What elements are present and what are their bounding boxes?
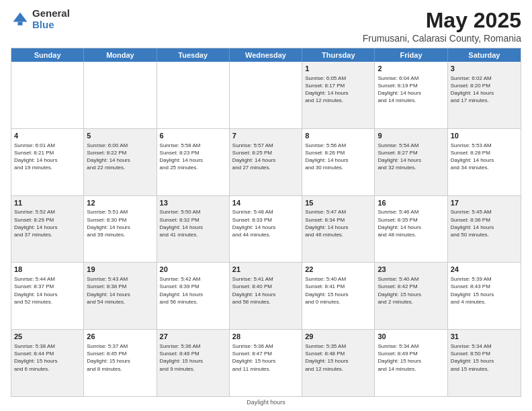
footer-note: Daylight hours (11, 399, 521, 406)
empty-cell (157, 62, 230, 128)
day-number: 12 (87, 198, 153, 208)
day-info: Sunrise: 5:34 AM Sunset: 8:49 PM Dayligh… (378, 342, 444, 373)
day-number: 26 (87, 332, 153, 342)
day-cell-25: 25Sunrise: 5:38 AM Sunset: 8:44 PM Dayli… (11, 330, 84, 396)
day-cell-26: 26Sunrise: 5:37 AM Sunset: 8:45 PM Dayli… (84, 330, 157, 396)
logo-icon (11, 10, 30, 29)
day-number: 4 (14, 131, 81, 141)
calendar-header: SundayMondayTuesdayWednesdayThursdayFrid… (11, 48, 521, 62)
day-info: Sunrise: 5:58 AM Sunset: 8:23 PM Dayligh… (160, 142, 226, 172)
day-info: Sunrise: 6:01 AM Sunset: 8:21 PM Dayligh… (14, 142, 81, 172)
svg-marker-0 (13, 12, 28, 21)
day-info: Sunrise: 5:43 AM Sunset: 8:38 PM Dayligh… (87, 275, 153, 306)
day-info: Sunrise: 5:47 AM Sunset: 8:34 PM Dayligh… (305, 208, 371, 238)
day-header-friday: Friday (375, 48, 447, 62)
day-cell-23: 23Sunrise: 5:40 AM Sunset: 8:42 PM Dayli… (375, 263, 447, 329)
day-number: 28 (232, 332, 299, 342)
day-header-saturday: Saturday (448, 48, 521, 62)
day-info: Sunrise: 6:04 AM Sunset: 8:19 PM Dayligh… (378, 75, 444, 105)
day-header-wednesday: Wednesday (230, 48, 302, 62)
svg-rect-1 (18, 21, 23, 25)
day-info: Sunrise: 5:41 AM Sunset: 8:40 PM Dayligh… (232, 275, 299, 306)
day-info: Sunrise: 5:36 AM Sunset: 8:46 PM Dayligh… (160, 342, 226, 373)
day-info: Sunrise: 5:39 AM Sunset: 8:43 PM Dayligh… (451, 275, 518, 306)
day-info: Sunrise: 5:40 AM Sunset: 8:42 PM Dayligh… (378, 275, 444, 306)
day-cell-28: 28Sunrise: 5:36 AM Sunset: 8:47 PM Dayli… (230, 330, 302, 396)
day-number: 17 (451, 198, 518, 208)
day-cell-3: 3Sunrise: 6:02 AM Sunset: 8:20 PM Daylig… (448, 62, 521, 128)
day-number: 20 (160, 265, 226, 275)
day-number: 15 (305, 198, 371, 208)
day-number: 5 (87, 131, 153, 141)
day-cell-8: 8Sunrise: 5:56 AM Sunset: 8:26 PM Daylig… (302, 129, 375, 195)
logo-blue-text: Blue (32, 19, 70, 31)
day-number: 19 (87, 265, 153, 275)
day-cell-15: 15Sunrise: 5:47 AM Sunset: 8:34 PM Dayli… (302, 196, 375, 263)
day-info: Sunrise: 5:50 AM Sunset: 8:32 PM Dayligh… (160, 208, 226, 238)
day-number: 18 (14, 265, 81, 275)
header: General Blue May 2025 Frumusani, Calaras… (11, 8, 521, 44)
main-title: May 2025 (363, 8, 521, 33)
day-cell-14: 14Sunrise: 5:48 AM Sunset: 8:33 PM Dayli… (230, 196, 302, 263)
day-cell-1: 1Sunrise: 6:05 AM Sunset: 8:17 PM Daylig… (302, 62, 375, 128)
day-number: 6 (160, 131, 226, 141)
day-info: Sunrise: 6:02 AM Sunset: 8:20 PM Dayligh… (451, 75, 518, 105)
calendar-row-3: 11Sunrise: 5:52 AM Sunset: 8:29 PM Dayli… (11, 195, 521, 263)
day-info: Sunrise: 6:00 AM Sunset: 8:22 PM Dayligh… (87, 142, 153, 172)
day-info: Sunrise: 5:56 AM Sunset: 8:26 PM Dayligh… (305, 142, 371, 172)
empty-cell (11, 62, 84, 128)
day-info: Sunrise: 5:48 AM Sunset: 8:33 PM Dayligh… (232, 208, 299, 238)
day-header-sunday: Sunday (11, 48, 84, 62)
day-cell-30: 30Sunrise: 5:34 AM Sunset: 8:49 PM Dayli… (375, 330, 447, 396)
day-number: 10 (451, 131, 518, 141)
calendar-row-1: 1Sunrise: 6:05 AM Sunset: 8:17 PM Daylig… (11, 62, 521, 128)
day-number: 9 (378, 131, 444, 141)
day-number: 1 (305, 64, 371, 74)
day-info: Sunrise: 5:53 AM Sunset: 8:28 PM Dayligh… (451, 142, 518, 172)
day-number: 30 (378, 332, 444, 342)
day-info: Sunrise: 5:44 AM Sunset: 8:37 PM Dayligh… (14, 275, 81, 306)
day-header-monday: Monday (84, 48, 157, 62)
day-number: 31 (451, 332, 518, 342)
day-cell-31: 31Sunrise: 5:34 AM Sunset: 8:50 PM Dayli… (448, 330, 521, 396)
day-cell-6: 6Sunrise: 5:58 AM Sunset: 8:23 PM Daylig… (157, 129, 230, 195)
day-cell-24: 24Sunrise: 5:39 AM Sunset: 8:43 PM Dayli… (448, 263, 521, 329)
day-info: Sunrise: 5:57 AM Sunset: 8:25 PM Dayligh… (232, 142, 299, 172)
day-number: 24 (451, 265, 518, 275)
day-cell-4: 4Sunrise: 6:01 AM Sunset: 8:21 PM Daylig… (11, 129, 84, 195)
day-info: Sunrise: 5:35 AM Sunset: 8:48 PM Dayligh… (305, 342, 371, 373)
day-cell-29: 29Sunrise: 5:35 AM Sunset: 8:48 PM Dayli… (302, 330, 375, 396)
day-number: 8 (305, 131, 371, 141)
day-info: Sunrise: 5:38 AM Sunset: 8:44 PM Dayligh… (14, 342, 81, 373)
day-cell-12: 12Sunrise: 5:51 AM Sunset: 8:30 PM Dayli… (84, 196, 157, 263)
calendar-row-5: 25Sunrise: 5:38 AM Sunset: 8:44 PM Dayli… (11, 329, 521, 396)
day-info: Sunrise: 5:37 AM Sunset: 8:45 PM Dayligh… (87, 342, 153, 373)
day-cell-22: 22Sunrise: 5:40 AM Sunset: 8:41 PM Dayli… (302, 263, 375, 329)
day-number: 14 (232, 198, 299, 208)
day-cell-9: 9Sunrise: 5:54 AM Sunset: 8:27 PM Daylig… (375, 129, 447, 195)
calendar-body: 1Sunrise: 6:05 AM Sunset: 8:17 PM Daylig… (11, 62, 521, 396)
day-cell-17: 17Sunrise: 5:45 AM Sunset: 8:36 PM Dayli… (448, 196, 521, 263)
logo: General Blue (11, 8, 70, 30)
day-cell-19: 19Sunrise: 5:43 AM Sunset: 8:38 PM Dayli… (84, 263, 157, 329)
day-number: 11 (14, 198, 81, 208)
calendar-row-2: 4Sunrise: 6:01 AM Sunset: 8:21 PM Daylig… (11, 128, 521, 195)
day-cell-5: 5Sunrise: 6:00 AM Sunset: 8:22 PM Daylig… (84, 129, 157, 195)
day-cell-27: 27Sunrise: 5:36 AM Sunset: 8:46 PM Dayli… (157, 330, 230, 396)
day-info: Sunrise: 5:34 AM Sunset: 8:50 PM Dayligh… (451, 342, 518, 373)
day-number: 13 (160, 198, 226, 208)
day-header-tuesday: Tuesday (157, 48, 230, 62)
logo-general-text: General (32, 8, 70, 19)
day-number: 7 (232, 131, 299, 141)
day-info: Sunrise: 5:40 AM Sunset: 8:41 PM Dayligh… (305, 275, 371, 306)
day-info: Sunrise: 6:05 AM Sunset: 8:17 PM Dayligh… (305, 75, 371, 105)
day-number: 23 (378, 265, 444, 275)
day-number: 27 (160, 332, 226, 342)
day-info: Sunrise: 5:45 AM Sunset: 8:36 PM Dayligh… (451, 208, 518, 238)
day-cell-18: 18Sunrise: 5:44 AM Sunset: 8:37 PM Dayli… (11, 263, 84, 329)
day-header-thursday: Thursday (302, 48, 375, 62)
title-block: May 2025 Frumusani, Calarasi County, Rom… (363, 8, 521, 44)
day-info: Sunrise: 5:52 AM Sunset: 8:29 PM Dayligh… (14, 208, 81, 238)
calendar-row-4: 18Sunrise: 5:44 AM Sunset: 8:37 PM Dayli… (11, 262, 521, 329)
day-number: 2 (378, 64, 444, 74)
